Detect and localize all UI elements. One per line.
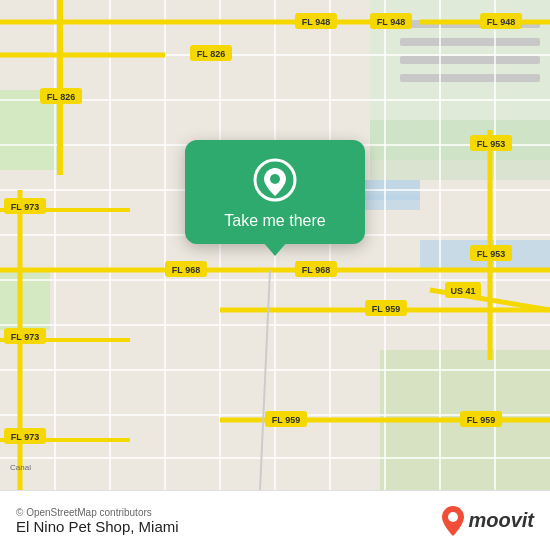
location-pin-icon xyxy=(253,158,297,202)
moovit-text: moovit xyxy=(468,509,534,532)
svg-rect-9 xyxy=(400,74,540,82)
svg-text:FL 959: FL 959 xyxy=(372,304,400,314)
svg-text:FL 948: FL 948 xyxy=(377,17,405,27)
svg-rect-7 xyxy=(400,38,540,46)
svg-text:US 41: US 41 xyxy=(450,286,475,296)
svg-text:FL 948: FL 948 xyxy=(302,17,330,27)
svg-rect-2 xyxy=(0,270,50,330)
svg-text:FL 973: FL 973 xyxy=(11,332,39,342)
svg-text:FL 959: FL 959 xyxy=(467,415,495,425)
svg-rect-8 xyxy=(400,56,540,64)
popup-label: Take me there xyxy=(224,212,325,230)
svg-text:FL 953: FL 953 xyxy=(477,249,505,259)
svg-text:FL 968: FL 968 xyxy=(172,265,200,275)
svg-point-82 xyxy=(448,512,458,522)
svg-text:FL 973: FL 973 xyxy=(11,202,39,212)
svg-text:FL 826: FL 826 xyxy=(197,49,225,59)
svg-text:FL 953: FL 953 xyxy=(477,139,505,149)
svg-text:FL 973: FL 973 xyxy=(11,432,39,442)
svg-text:FL 968: FL 968 xyxy=(302,265,330,275)
svg-text:FL 826: FL 826 xyxy=(47,92,75,102)
bottom-bar: © OpenStreetMap contributors El Nino Pet… xyxy=(0,490,550,550)
moovit-pin-icon xyxy=(442,506,464,536)
svg-text:FL 948: FL 948 xyxy=(487,17,515,27)
svg-point-81 xyxy=(270,174,280,184)
map-container[interactable]: FL 948 FL 948 FL 948 FL 826 FL 826 FL 97… xyxy=(0,0,550,490)
copyright-text: © OpenStreetMap contributors xyxy=(16,507,179,518)
location-name: El Nino Pet Shop, Miami xyxy=(16,518,179,535)
svg-text:Canal: Canal xyxy=(10,463,31,472)
moovit-logo: moovit xyxy=(442,506,534,536)
svg-text:FL 959: FL 959 xyxy=(272,415,300,425)
popup-card[interactable]: Take me there xyxy=(185,140,365,244)
bottom-info: © OpenStreetMap contributors El Nino Pet… xyxy=(16,507,179,535)
